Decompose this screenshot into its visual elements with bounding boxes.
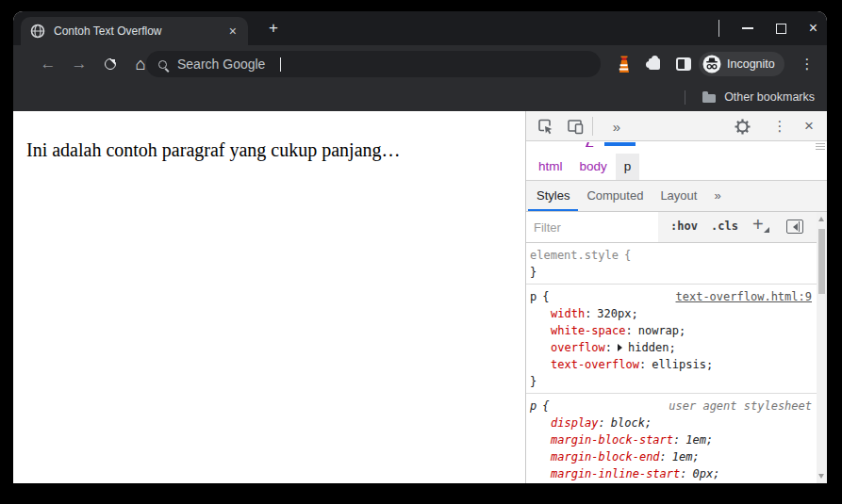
maximize-button[interactable] [776, 24, 786, 34]
styles-scrollbar[interactable] [817, 212, 827, 483]
sidebar-tabs: Styles Computed Layout » [526, 181, 827, 212]
browser-tab[interactable]: Contoh Text Overflow × [21, 17, 248, 45]
folder-icon [702, 94, 716, 103]
devtools-close-button[interactable]: × [800, 117, 818, 136]
web-page: Ini adalah contoh paragraf yang cukup pa… [13, 111, 525, 483]
devtools-settings-button[interactable] [733, 117, 751, 136]
breadcrumb-body[interactable]: body [571, 154, 616, 180]
bookmarks-separator [685, 90, 685, 105]
incognito-spy-icon [702, 55, 721, 73]
css-property[interactable]: display:block; [530, 415, 812, 431]
css-property[interactable]: white-space:nowrap; [530, 322, 812, 339]
stylesheet-source-link[interactable]: text-overflow.html:9 [676, 288, 813, 305]
dom-breadcrumb: html body p [526, 154, 827, 181]
lighthouse-extension-button[interactable] [614, 54, 635, 74]
incognito-label: Incognito [727, 57, 775, 71]
element-state-sidebar-icon[interactable] [786, 219, 803, 234]
search-icon [158, 60, 167, 69]
incognito-badge[interactable]: Incognito [699, 52, 784, 76]
rule-selector[interactable]: element.style [530, 247, 619, 264]
browser-window: Contoh Text Overflow × + × ← → ⌂ Search … [13, 11, 827, 483]
extensions-button[interactable] [644, 54, 665, 74]
forward-button[interactable]: → [66, 45, 92, 83]
user-agent-rule[interactable]: p { user agent stylesheet display:block;… [526, 393, 817, 483]
tab-close-icon[interactable]: × [227, 24, 239, 38]
elements-tree-sliver [526, 142, 827, 154]
styles-filter-bar: :hov .cls + [526, 212, 827, 243]
breadcrumb-html[interactable]: html [530, 154, 571, 180]
bookmarks-bar: Other bookmarks [13, 83, 827, 111]
scrollbar-thumb[interactable] [818, 229, 825, 294]
scroll-down-icon[interactable] [818, 474, 824, 479]
tab-title: Contoh Text Overflow [54, 24, 219, 38]
tab-strip: Contoh Text Overflow × + × [13, 11, 827, 45]
window-close-button[interactable]: × [809, 21, 817, 36]
p-style-rule[interactable]: p { text-overflow.html:9 width:320px; wh… [526, 284, 817, 393]
element-style-rule[interactable]: element.style { } [526, 243, 817, 284]
css-property[interactable]: margin-block-end:1em; [530, 448, 812, 465]
window-controls: × [718, 11, 817, 45]
tab-layout[interactable]: Layout [652, 181, 705, 211]
side-panel-icon [676, 57, 691, 71]
omnibox-text: Search Google [177, 57, 265, 72]
css-property[interactable]: overflow:hidden; [530, 339, 812, 356]
more-panels-button[interactable]: » [607, 117, 626, 136]
content-area: Ini adalah contoh paragraf yang cukup pa… [13, 111, 827, 483]
elements-tree-scrollbar[interactable] [816, 143, 825, 150]
other-bookmarks-button[interactable]: Other bookmarks [702, 90, 815, 104]
clipped-tag-fragment [586, 142, 595, 147]
browser-toolbar: ← → ⌂ Search Google [13, 45, 827, 83]
text-caret [280, 57, 281, 72]
tab-styles[interactable]: Styles [528, 181, 578, 211]
styles-pane: element.style { } p { text-overflow.html… [526, 243, 817, 483]
new-tab-button[interactable]: + [264, 19, 283, 38]
user-agent-stylesheet-label: user agent stylesheet [669, 398, 812, 415]
css-property[interactable]: width:320px; [530, 305, 812, 322]
rule-selector[interactable]: p [530, 288, 537, 305]
styles-filter-input[interactable] [526, 212, 658, 242]
tab-search-chevron-icon[interactable] [718, 20, 719, 37]
device-toolbar-icon [567, 118, 584, 135]
inspect-cursor-icon [537, 118, 553, 135]
tab-overflow-chevrons[interactable]: » [705, 181, 729, 211]
browser-menu-button[interactable]: ⋮ [794, 45, 820, 83]
back-button[interactable]: ← [35, 45, 61, 83]
device-toolbar-button[interactable] [566, 117, 585, 136]
breadcrumb-p[interactable]: p [616, 154, 640, 180]
new-style-rule-button[interactable]: + [752, 214, 764, 236]
address-bar[interactable]: Search Google [146, 51, 601, 77]
devtools-menu-button[interactable]: ⋮ [770, 117, 789, 136]
puzzle-icon [649, 58, 660, 70]
scroll-up-icon[interactable] [818, 217, 824, 221]
tab-computed[interactable]: Computed [578, 181, 652, 211]
gear-icon [735, 119, 751, 135]
css-property[interactable]: text-overflow:ellipsis; [530, 356, 812, 373]
other-bookmarks-label: Other bookmarks [724, 90, 815, 104]
expand-shorthand-icon[interactable] [618, 344, 626, 351]
toggle-element-classes[interactable]: .cls [711, 219, 738, 233]
reload-icon [105, 58, 116, 70]
globe-favicon-icon [30, 24, 45, 39]
lighthouse-icon [617, 55, 632, 73]
rule-selector[interactable]: p [530, 398, 537, 415]
page-paragraph: Ini adalah contoh paragraf yang cukup pa… [26, 139, 525, 161]
css-property[interactable]: margin-block-start:1em; [530, 431, 812, 448]
toolbar-divider [592, 117, 593, 136]
reload-button[interactable] [97, 45, 124, 83]
toggle-pseudo-state[interactable]: :hov [670, 219, 698, 233]
css-property[interactable]: margin-inline-start:0px; [530, 465, 812, 482]
inspect-element-button[interactable] [536, 117, 554, 136]
selected-element-highlight[interactable] [604, 142, 636, 146]
devtools-panel: » ⋮ × [525, 111, 827, 483]
minimize-button[interactable] [742, 27, 753, 29]
devtools-toolbar: » ⋮ × [526, 111, 827, 141]
side-panel-button[interactable] [673, 54, 694, 74]
